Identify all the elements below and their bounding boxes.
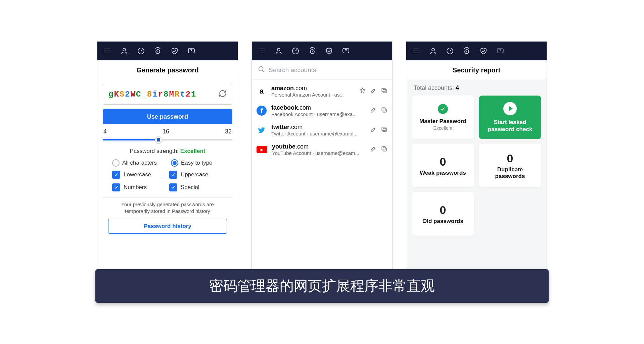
gauge-icon[interactable] [443, 44, 457, 58]
account-row[interactable]: ffacebook.comFacebook Account · username… [252, 101, 392, 120]
strength-value: Excellent [180, 148, 205, 154]
account-text: facebook.comFacebook Account · username@… [271, 104, 365, 117]
checkbox-label: Special [181, 184, 199, 191]
edit-icon[interactable] [370, 87, 377, 95]
length-slider[interactable] [103, 136, 232, 144]
tile-count: 0 [507, 152, 513, 165]
svg-point-18 [259, 67, 263, 71]
checkbox-uppercase[interactable]: Uppercase [169, 171, 223, 179]
copy-icon[interactable] [381, 126, 387, 134]
generated-password: gKS2WC_8ir8MRt21 [108, 90, 197, 99]
shield-icon[interactable] [477, 44, 490, 58]
timer-icon[interactable] [151, 44, 165, 58]
slider-labels: 4 16 32 [103, 128, 232, 135]
password-display: gKS2WC_8ir8MRt21 [103, 84, 232, 105]
edit-icon[interactable] [370, 107, 377, 115]
topbar [252, 42, 392, 60]
timer-icon[interactable] [460, 44, 473, 58]
menu-icon[interactable] [101, 44, 114, 58]
tile-master-password[interactable]: Master Password Excellent [412, 96, 474, 139]
account-sub: Personal Amazon Account · us... [271, 92, 355, 98]
tile-old-passwords[interactable]: 0 Old passwords [412, 192, 474, 236]
checkbox-numbers[interactable]: Numbers [112, 183, 166, 191]
total-value: 4 [456, 84, 459, 91]
radio-all-characters[interactable]: All characters [112, 159, 164, 167]
svg-rect-24 [383, 128, 386, 132]
tile-weak-passwords[interactable]: 0 Weak passwords [412, 144, 474, 187]
gauge-icon[interactable] [289, 44, 302, 58]
svg-rect-26 [383, 148, 386, 151]
tile-duplicate-passwords[interactable]: 0 Duplicate passwords [479, 144, 541, 187]
star-icon[interactable] [359, 87, 366, 95]
strength-row: Password strength: Excellent [103, 148, 232, 155]
history-note: Your previously generated passwords are … [103, 201, 232, 219]
copy-icon[interactable] [381, 146, 387, 154]
search-icon [258, 66, 265, 74]
svg-line-19 [263, 70, 265, 72]
account-row[interactable]: twitter.comTwitter Account · username@ex… [252, 120, 392, 140]
help-icon[interactable] [185, 44, 198, 58]
shield-icon[interactable] [322, 44, 336, 58]
search-bar [252, 60, 392, 79]
timer-icon[interactable] [306, 44, 319, 58]
checkbox-lowercase[interactable]: Lowercase [112, 171, 166, 179]
use-password-button[interactable]: Use password [103, 109, 232, 124]
account-row[interactable]: aamazon.comPersonal Amazon Account · us.… [252, 81, 392, 101]
menu-icon[interactable] [410, 44, 423, 58]
tile-label: Master Password [419, 118, 466, 125]
security-report-panel: Security report Total accounts: 4 Master… [406, 41, 547, 269]
account-actions [370, 107, 387, 115]
checkbox-label: Lowercase [124, 171, 151, 178]
page-title: Security report [406, 60, 547, 79]
help-icon[interactable] [494, 44, 507, 58]
edit-icon[interactable] [370, 126, 377, 134]
user-icon[interactable] [272, 44, 285, 58]
tile-label: Duplicate passwords [482, 166, 538, 180]
tile-start-leaked-check[interactable]: Start leaked password check [479, 96, 541, 139]
copy-icon[interactable] [381, 87, 387, 95]
search-input[interactable] [269, 66, 386, 74]
user-icon[interactable] [118, 44, 131, 58]
amazon-icon: a [257, 86, 267, 96]
password-history-button[interactable]: Password history [108, 219, 227, 234]
total-accounts: Total accounts: 4 [412, 79, 541, 96]
account-text: youtube.comYouTube Account · username@ex… [272, 143, 365, 156]
svg-rect-21 [382, 88, 385, 92]
svg-point-12 [277, 48, 280, 51]
checkbox-label: Uppercase [181, 171, 208, 178]
total-label: Total accounts: [414, 84, 456, 91]
copy-icon[interactable] [381, 107, 387, 115]
shield-icon[interactable] [168, 44, 181, 58]
account-row[interactable]: ▶youtube.comYouTube Account · username@e… [252, 140, 392, 159]
gauge-icon[interactable] [134, 44, 148, 58]
account-actions [370, 126, 387, 134]
radio-label: All characters [122, 160, 157, 166]
account-domain: twitter.com [271, 124, 365, 131]
play-icon [503, 102, 517, 115]
tile-count: 0 [440, 155, 446, 168]
radio-easy-to-type[interactable]: Easy to type [171, 159, 223, 167]
help-icon[interactable] [339, 44, 353, 58]
regenerate-icon[interactable] [219, 90, 227, 99]
account-sub: YouTube Account · username@exam... [272, 150, 365, 156]
svg-point-31 [432, 48, 434, 51]
menu-icon[interactable] [255, 44, 269, 58]
tile-label: Start leaked password check [482, 119, 538, 133]
facebook-icon: f [257, 106, 267, 116]
svg-rect-20 [383, 90, 386, 93]
account-list: aamazon.comPersonal Amazon Account · us.… [252, 79, 392, 161]
generate-password-panel: Generate password gKS2WC_8ir8MRt21 Use p… [97, 41, 238, 269]
topbar [97, 42, 238, 60]
account-sub: Twitter Account · username@exampl... [271, 131, 365, 136]
edit-icon[interactable] [370, 146, 377, 154]
account-actions [359, 87, 387, 95]
strength-label: Password strength: [130, 148, 180, 154]
svg-rect-25 [382, 127, 385, 130]
account-text: amazon.comPersonal Amazon Account · us..… [271, 85, 355, 98]
checkbox-special[interactable]: Special [169, 183, 223, 191]
slider-mid: 16 [163, 128, 169, 135]
page-title: Generate password [97, 60, 238, 79]
account-text: twitter.comTwitter Account · username@ex… [271, 124, 365, 136]
svg-rect-27 [382, 147, 385, 150]
user-icon[interactable] [426, 44, 440, 58]
